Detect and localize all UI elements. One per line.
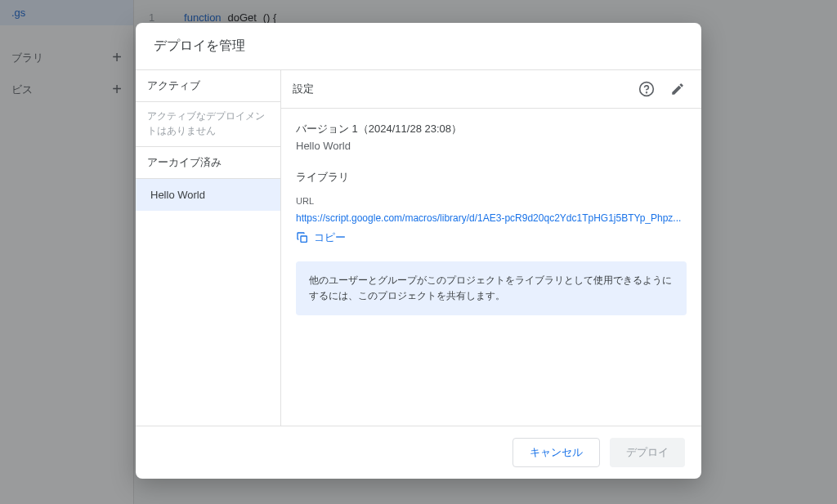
dialog-title: デプロイを管理 xyxy=(136,23,701,69)
share-info-box: 他のユーザーとグループがこのプロジェクトをライブラリとして使用できるようにするに… xyxy=(296,261,687,315)
active-section-header: アクティブ xyxy=(136,70,280,102)
deploy-button: デプロイ xyxy=(610,438,685,467)
active-empty-message: アクティブなデプロイメントはありません xyxy=(136,102,280,147)
dialog-body: アクティブ アクティブなデプロイメントはありません アーカイブ済み Hello … xyxy=(136,69,701,426)
copy-label: コピー xyxy=(314,230,346,245)
cancel-button[interactable]: キャンセル xyxy=(512,438,600,467)
version-line: バージョン 1（2024/11/28 23:08） xyxy=(296,122,687,136)
edit-button[interactable] xyxy=(665,77,690,101)
deployments-list-panel: アクティブ アクティブなデプロイメントはありません アーカイブ済み Hello … xyxy=(136,70,281,426)
dialog-footer: キャンセル デプロイ xyxy=(136,426,701,479)
help-button[interactable] xyxy=(634,77,659,101)
svg-rect-2 xyxy=(301,236,307,242)
settings-label: 設定 xyxy=(293,82,628,96)
library-section-label: ライブラリ xyxy=(296,170,687,185)
deployment-details-panel: 設定 バージョン 1（2024/11/28 23:08） Hello World… xyxy=(281,70,701,426)
svg-point-1 xyxy=(647,92,647,93)
deployment-list-item[interactable]: Hello World xyxy=(136,179,280,211)
manage-deployments-dialog: デプロイを管理 アクティブ アクティブなデプロイメントはありません アーカイブ済… xyxy=(136,23,701,479)
details-content: バージョン 1（2024/11/28 23:08） Hello World ライ… xyxy=(281,109,701,328)
deployment-description: Hello World xyxy=(296,140,687,152)
modal-overlay[interactable]: デプロイを管理 アクティブ アクティブなデプロイメントはありません アーカイブ済… xyxy=(0,0,837,504)
help-icon xyxy=(638,81,655,97)
copy-icon xyxy=(296,231,309,244)
library-url-link[interactable]: https://script.google.com/macros/library… xyxy=(296,212,687,224)
url-label: URL xyxy=(296,196,687,206)
archived-section-header: アーカイブ済み xyxy=(136,147,280,179)
copy-button[interactable]: コピー xyxy=(296,230,346,245)
details-header: 設定 xyxy=(281,70,701,109)
pencil-icon xyxy=(670,82,685,96)
